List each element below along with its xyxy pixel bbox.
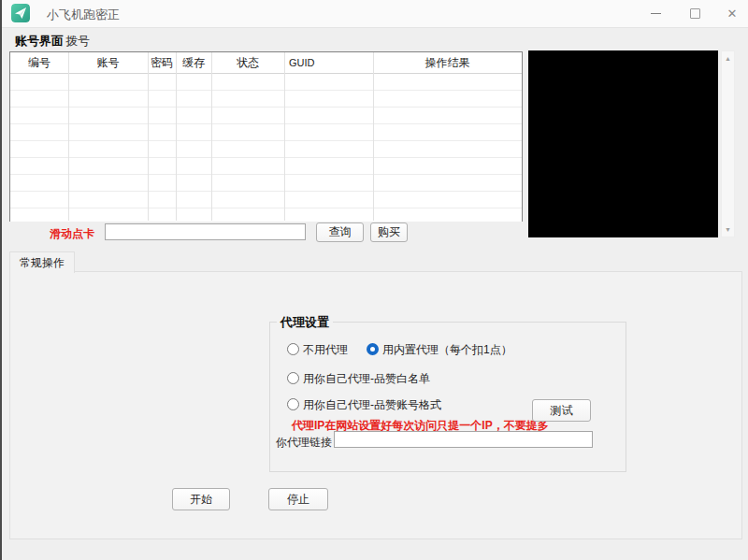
col-header-index[interactable]: 编号 (10, 55, 68, 71)
col-header-password[interactable]: 密码 (148, 55, 176, 71)
stop-button[interactable]: 停止 (268, 488, 328, 510)
app-icon (11, 4, 30, 22)
column-divider (284, 52, 285, 221)
start-button[interactable]: 开始 (172, 488, 230, 510)
radio-builtin-proxy[interactable] (367, 343, 379, 355)
query-button[interactable]: 查询 (316, 223, 364, 242)
minimize-icon (651, 13, 661, 14)
radio-own-proxy-whitelist[interactable] (287, 372, 299, 384)
minimize-button[interactable] (640, 0, 671, 26)
radio-builtin-proxy-label[interactable]: 用内置代理（每个扣1点） (382, 342, 512, 358)
col-header-account[interactable]: 账号 (68, 55, 148, 71)
column-divider (176, 52, 177, 221)
tab-general-operations[interactable]: 常规操作 (9, 251, 75, 273)
column-divider (68, 52, 69, 221)
maximize-button[interactable] (679, 0, 711, 26)
maximize-icon (690, 8, 700, 19)
card-input[interactable] (105, 223, 306, 240)
col-header-status[interactable]: 状态 (211, 55, 284, 71)
window-title: 小飞机跑密正 (47, 7, 120, 23)
scroll-up-icon[interactable]: ▲ (722, 55, 734, 62)
radio-own-proxy-account[interactable] (287, 398, 299, 410)
account-table[interactable]: 编号 账号 密码 缓存 状态 GUID 操作结果 (9, 51, 523, 222)
close-icon: ✕ (727, 7, 738, 20)
column-divider (373, 52, 374, 221)
scroll-down-icon[interactable]: ▼ (722, 226, 734, 233)
proxy-settings-title: 代理设置 (277, 314, 333, 331)
col-header-result[interactable]: 操作结果 (373, 55, 522, 71)
tab-dial[interactable]: 拨号 (64, 31, 92, 51)
proxy-link-input[interactable] (334, 431, 593, 448)
close-button[interactable]: ✕ (716, 0, 748, 26)
app-window: { "window": { "title": "小飞机跑密正", "close_… (0, 0, 748, 560)
proxy-link-label: 你代理链接 (276, 435, 332, 451)
vertical-scrollbar[interactable]: ▲ ▼ (721, 50, 735, 237)
col-header-cache[interactable]: 缓存 (176, 55, 211, 71)
column-divider (211, 52, 212, 221)
radio-own-proxy-account-label[interactable]: 用你自己代理-品赞账号格式 (303, 397, 441, 413)
buy-button[interactable]: 购买 (370, 223, 408, 242)
table-header-row: 编号 账号 密码 缓存 状态 GUID 操作结果 (10, 52, 522, 74)
radio-own-proxy-whitelist-label[interactable]: 用你自己代理-品赞白名单 (303, 371, 430, 387)
title-bar: 小飞机跑密正 ✕ (2, 0, 748, 28)
col-header-guid[interactable]: GUID (284, 57, 373, 68)
card-label: 滑动点卡 (50, 226, 94, 242)
column-divider (148, 52, 149, 221)
preview-panel (528, 50, 718, 237)
test-button[interactable]: 测试 (532, 399, 591, 422)
table-body-empty[interactable] (10, 74, 522, 222)
radio-no-proxy-label[interactable]: 不用代理 (303, 342, 348, 358)
radio-no-proxy[interactable] (287, 343, 299, 355)
tab-account-page[interactable]: 账号界面 (13, 31, 65, 51)
